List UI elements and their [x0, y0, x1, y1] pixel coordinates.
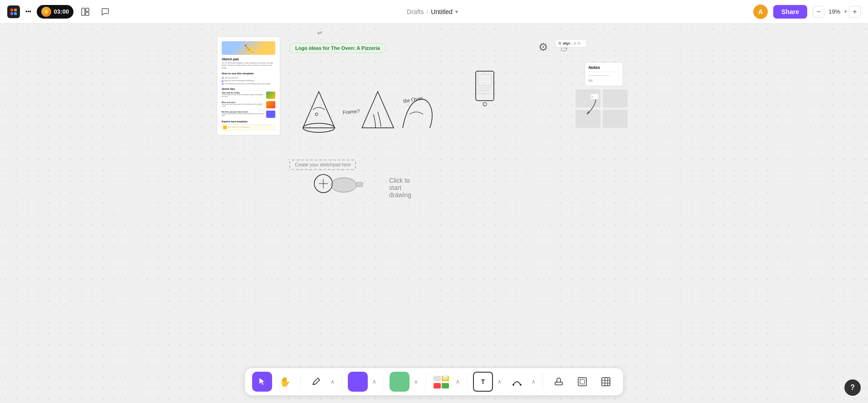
color-swatch-green[interactable] [390, 372, 410, 392]
step-1: Label your sketch idea. [222, 77, 275, 79]
svg-rect-28 [434, 383, 441, 388]
breadcrumb-drafts[interactable]: Drafts [407, 8, 424, 15]
svg-rect-29 [442, 383, 449, 388]
zoom-chevron[interactable]: ▾ [844, 9, 847, 15]
svg-rect-4 [82, 8, 85, 15]
hand-tool-button[interactable]: ✋ [275, 372, 295, 392]
select-tool-button[interactable] [252, 372, 272, 392]
divider-2 [342, 374, 342, 390]
templates-group: ◎ ∧ [431, 372, 462, 392]
svg-rect-37 [602, 378, 610, 386]
svg-rect-5 [86, 8, 89, 11]
topbar-icons [79, 5, 112, 18]
help-button[interactable]: ? [844, 379, 861, 396]
svg-text:◎: ◎ [444, 376, 447, 379]
pen-expand-btn[interactable]: ∧ [329, 378, 336, 386]
how-to-title: How to use this template [222, 72, 275, 76]
pen-tool-group: ∧ [306, 372, 336, 392]
svg-text:Frame?: Frame? [342, 108, 360, 115]
svg-rect-34 [555, 382, 562, 385]
svg-rect-26 [434, 376, 441, 381]
connector-expand-btn[interactable]: ∧ [530, 378, 537, 386]
drawing-area[interactable]: Create your sketchpad here Click to star… [289, 160, 356, 179]
svg-rect-36 [580, 379, 585, 384]
connector-tool-button[interactable] [507, 372, 527, 392]
pencil-cursor-icon: ✏ [317, 28, 324, 37]
wireframe-thumb-2 [603, 89, 628, 107]
divider-4 [425, 374, 426, 390]
canvas-area[interactable]: ✏️ Sketch pad Use our sketch pad templat… [0, 24, 868, 403]
notes-widget: Notes ───────── list [585, 62, 623, 86]
settings-icon[interactable]: ⚙ [538, 41, 548, 53]
select-tool-group: ✋ [252, 372, 295, 392]
figma-logo[interactable] [7, 5, 20, 18]
topbar: ••• ⭐ 03:00 Drafts / Untitled ▾ [0, 0, 868, 24]
text-expand-btn[interactable]: ∧ [496, 378, 503, 386]
timer-badge[interactable]: ⭐ 03:00 [37, 5, 73, 19]
logo-badge: Logo ideas for The Oven: A Pizzeria [289, 43, 386, 58]
tip-1-image [266, 92, 275, 99]
explore-card[interactable]: Figma Templates: 110+ Curated Resources [222, 124, 275, 131]
pencil-tool-button[interactable] [306, 372, 326, 392]
timer-label: 03:00 [54, 8, 69, 15]
templates-expand-btn[interactable]: ∧ [454, 378, 462, 386]
color-expand-btn[interactable]: ∧ [371, 378, 378, 386]
card-sketch-title: Sketch pad [222, 58, 275, 61]
tip-3-image [266, 111, 275, 118]
pizza-sketches-svg: Frame? the Oven [289, 69, 434, 141]
text-tool-label: T [481, 378, 485, 385]
tip-3-desc: Projects better with others. Click the S… [222, 113, 264, 117]
wireframe-thumb-4 [603, 110, 628, 128]
logo-badge-text: Logo ideas for The Oven: A Pizzeria [289, 43, 386, 53]
divider-3 [384, 374, 384, 390]
doc-title[interactable]: Untitled [431, 8, 452, 15]
step-2: Begin your sketch by selecting your sket… [222, 80, 275, 82]
svg-rect-18 [356, 182, 363, 187]
svg-point-33 [520, 384, 522, 386]
layout-icon-btn[interactable] [79, 5, 92, 18]
tip-1-desc: It's at the bottom of your screen, with … [222, 94, 264, 97]
chat-icon-btn[interactable] [99, 5, 112, 18]
table-tool-button[interactable] [596, 372, 616, 392]
explore-thumb [223, 126, 227, 129]
sketchpad-card: ✏️ Sketch pad Use our sketch pad templat… [217, 36, 280, 136]
divider-6 [543, 374, 543, 390]
svg-point-8 [315, 113, 318, 116]
svg-rect-35 [578, 378, 586, 386]
tip-2: Move and zoom Use the hand tool to pan a… [222, 101, 275, 108]
zoom-plus-button[interactable]: + [849, 6, 861, 18]
stamp-tool-button[interactable] [549, 372, 569, 392]
card-header-image: ✏️ [222, 41, 275, 55]
share-button[interactable]: Share [773, 5, 807, 19]
small-toolbar-widget: ⊞ align | ⊟ ⊟ [555, 39, 587, 48]
text-tool-button[interactable]: T [473, 372, 493, 392]
svg-text:✏: ✏ [591, 96, 594, 98]
frame-tool-button[interactable] [572, 372, 592, 392]
tip-2-text: Move and zoom Use the hand tool to pan a… [222, 101, 264, 107]
timer-avatar: ⭐ [41, 7, 51, 17]
svg-point-24 [483, 102, 487, 106]
color-swatch-purple[interactable] [348, 372, 368, 392]
green-expand-btn[interactable]: ∧ [412, 378, 420, 386]
menu-dots[interactable]: ••• [25, 9, 31, 15]
divider-5 [467, 374, 468, 390]
step-3: Try out different tools and colors to pu… [222, 83, 275, 85]
tip-2-desc: Use the hand tool to pan around. Zoom co… [222, 103, 264, 107]
connector-tool-group: ∧ [507, 372, 537, 392]
topbar-center: Drafts / Untitled ▾ [407, 8, 458, 15]
templates-tool-button[interactable]: ◎ [431, 372, 451, 392]
tip-1-text: Start with the toolbar It's at the botto… [222, 92, 264, 97]
svg-rect-6 [86, 12, 89, 15]
tip-2-image [266, 101, 275, 108]
bottom-toolbar: ✋ ∧ ∧ ∧ ◎ [244, 368, 624, 396]
zoom-minus-button[interactable]: − [813, 6, 824, 18]
explore-text: Figma Templates: 110+ Curated Resources [228, 126, 249, 128]
step-text-2: Begin your sketch by selecting your sket… [224, 80, 255, 82]
user-avatar[interactable]: A [753, 5, 768, 19]
svg-point-32 [512, 384, 514, 386]
svg-rect-0 [10, 9, 13, 11]
drawing-label: Create your sketchpad here [295, 162, 351, 167]
notes-title: Notes [589, 65, 619, 70]
title-chevron[interactable]: ▾ [455, 9, 458, 15]
step-dot-2 [222, 80, 224, 82]
